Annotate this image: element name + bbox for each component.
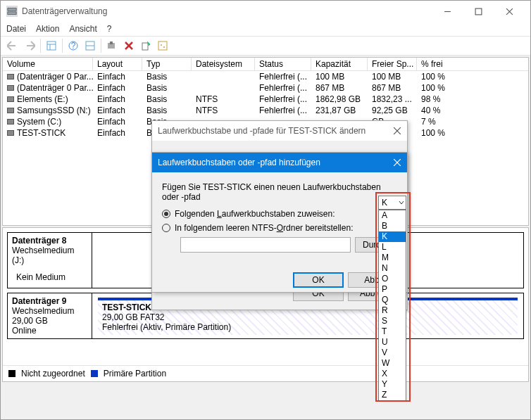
legend-unallocated: Nicht zugeordnet [21, 369, 85, 378]
menu-help[interactable]: ? [107, 24, 112, 34]
svg-rect-1 [8, 12, 16, 15]
drive-letter-option[interactable]: W [379, 358, 406, 369]
table-row[interactable]: SamsungsSSD (N:)EinfachBasisNTFSFehlerfr… [3, 105, 528, 116]
drive-letter-option[interactable]: S [379, 316, 406, 326]
drive-letter-list[interactable]: ABKLMNOPQRSTUVWXYZ [378, 210, 406, 401]
disk-9-info: Datenträger 9 Wechselmedium 29,00 GB Onl… [8, 293, 92, 338]
view-button[interactable] [44, 38, 59, 53]
close-button[interactable] [494, 1, 525, 21]
legend: Nicht zugeordnet Primäre Partition [3, 365, 528, 381]
disk-9-size: 29,00 GB [12, 316, 87, 326]
refresh-button[interactable] [82, 38, 98, 53]
minimize-button[interactable] [432, 1, 463, 21]
delete-button[interactable] [121, 38, 137, 53]
disk-8-name: Datenträger 8 [12, 236, 87, 246]
drive-letter-option[interactable]: X [379, 369, 406, 379]
titlebar: Datenträgerverwaltung [1, 1, 530, 22]
dialog1-title: Laufwerkbuchstabe und -pfade für TEST-ST… [158, 126, 393, 136]
drive-letter-option[interactable]: K [379, 231, 406, 242]
svg-rect-0 [8, 8, 16, 11]
svg-point-21 [161, 44, 162, 46]
radio-mount-folder[interactable] [162, 224, 170, 232]
col-status[interactable]: Status [255, 58, 311, 70]
svg-rect-19 [142, 43, 148, 50]
drive-letter-option[interactable]: V [379, 348, 406, 358]
properties-button[interactable] [155, 38, 170, 53]
drive-letter-selected: K [382, 198, 387, 208]
drive-letter-option[interactable]: R [379, 305, 406, 316]
drive-letter-option[interactable]: N [379, 263, 406, 274]
menu-aktion[interactable]: Aktion [36, 24, 59, 34]
dialog2-prompt: Fügen Sie TEST-STICK einen neuen Laufwer… [162, 182, 397, 202]
drive-letter-option[interactable]: P [379, 284, 406, 295]
settings-button[interactable] [104, 38, 120, 53]
radio-mount-folder-row[interactable]: In folgendem leeren NTFS-Ordner bereitst… [162, 223, 397, 233]
drive-letter-option[interactable]: A [379, 210, 406, 221]
window-title: Datenträgerverwaltung [22, 6, 432, 16]
disk-9-sub: Wechselmedium [12, 306, 87, 316]
svg-rect-8 [47, 42, 56, 50]
col-dateisystem[interactable]: Dateisystem [192, 58, 255, 70]
menu-datei[interactable]: Datei [6, 24, 26, 34]
dialog1-close-icon[interactable] [393, 127, 401, 135]
disk-9-name: Datenträger 9 [12, 296, 87, 306]
menubar: Datei Aktion Ansicht ? [1, 22, 530, 36]
drive-letter-option[interactable]: B [379, 221, 406, 231]
app-icon [6, 6, 18, 17]
svg-rect-3 [475, 8, 482, 15]
chevron-down-icon [399, 200, 404, 205]
drive-letter-dropdown[interactable]: K [378, 196, 406, 210]
svg-text:?: ? [71, 41, 76, 51]
menu-ansicht[interactable]: Ansicht [69, 24, 96, 34]
legend-primary: Primäre Partition [104, 369, 166, 378]
action-button[interactable] [138, 38, 154, 53]
dialog2-titlebar: Laufwerkbuchstaben oder -pfad hinzufügen [152, 153, 407, 172]
drive-letter-option[interactable]: O [379, 274, 406, 284]
dialog1-titlebar: Laufwerkbuchstabe und -pfade für TEST-ST… [152, 121, 407, 141]
drive-letter-option[interactable]: L [379, 242, 406, 253]
drive-letter-option[interactable]: U [379, 337, 406, 348]
svg-rect-16 [110, 42, 113, 44]
radio-assign-letter-row[interactable]: Folgenden Laufwerkbuchstaben zuweisen: [162, 209, 397, 219]
help-button[interactable]: ? [65, 38, 81, 53]
drive-letter-option[interactable]: Z [379, 390, 406, 400]
dialog2-ok-button[interactable]: OK [293, 272, 344, 288]
mount-path-input[interactable] [180, 237, 351, 253]
col-freier[interactable]: Freier Sp... [368, 58, 417, 70]
nav-back-button[interactable] [5, 38, 20, 53]
col-layout[interactable]: Layout [93, 58, 142, 70]
drive-letter-option[interactable]: Q [379, 295, 406, 305]
col-pct[interactable]: % frei [417, 58, 528, 70]
drive-letter-option[interactable]: Y [379, 379, 406, 390]
radio-assign-letter[interactable] [162, 210, 170, 218]
col-volume[interactable]: Volume [3, 58, 93, 70]
disk-8-sub: Wechselmedium (J:) [12, 246, 87, 265]
disk-8-empty: Kein Medium [12, 272, 87, 285]
dialog2-title: Laufwerkbuchstaben oder -pfad hinzufügen [158, 158, 393, 167]
svg-point-22 [163, 46, 165, 48]
maximize-button[interactable] [463, 1, 494, 21]
col-typ[interactable]: Typ [142, 58, 192, 70]
svg-rect-20 [158, 42, 167, 50]
drive-letter-option[interactable]: T [379, 326, 406, 337]
volume-header: Volume Layout Typ Dateisystem Status Kap… [3, 58, 528, 71]
drive-letter-option[interactable]: M [379, 253, 406, 263]
nav-forward-button[interactable] [22, 38, 37, 53]
part-line2: 29,00 GB FAT32 [102, 312, 513, 322]
add-drive-letter-dialog: Laufwerkbuchstaben oder -pfad hinzufügen… [151, 152, 408, 293]
table-row[interactable]: Elements (E:)EinfachBasisNTFSFehlerfrei … [3, 94, 528, 105]
dialog2-close-icon[interactable] [393, 158, 401, 167]
table-row[interactable]: (Datenträger 0 Par...EinfachBasisFehlerf… [3, 71, 528, 82]
disk-8-info: Datenträger 8 Wechselmedium (J:) Kein Me… [8, 233, 92, 288]
toolbar: ? [1, 36, 530, 56]
col-kapazitaet[interactable]: Kapazität [311, 58, 368, 70]
disk-9-state: Online [12, 326, 87, 336]
table-row[interactable]: (Datenträger 0 Par...EinfachBasisFehlerf… [3, 82, 528, 94]
part-line3: Fehlerfrei (Aktiv, Primäre Partition) [102, 322, 513, 332]
